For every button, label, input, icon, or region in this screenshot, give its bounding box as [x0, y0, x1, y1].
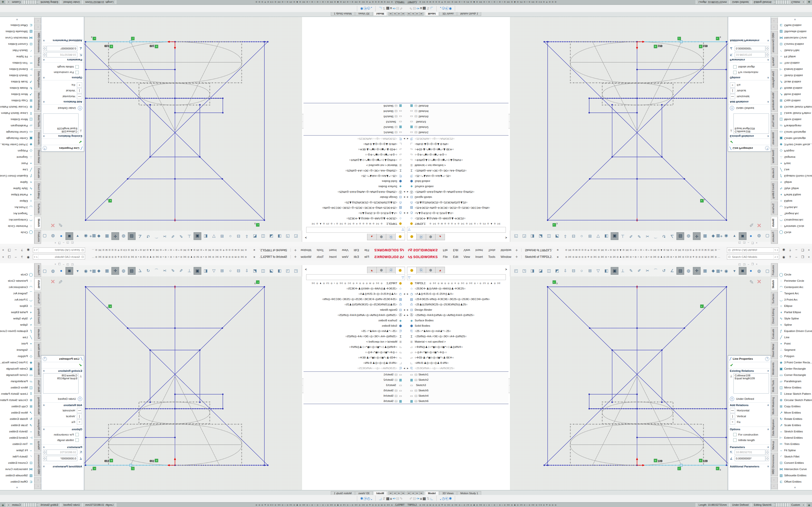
- commandmanager-tab[interactable]: Evaluate: [771, 327, 778, 341]
- tree-expand-arrow[interactable]: ▶: [403, 367, 406, 370]
- tab-nav-button[interactable]: ▶|: [388, 12, 393, 16]
- sketch-tool-item[interactable]: ◌ Perimeter Circle: [778, 278, 812, 284]
- toolbar-icon[interactable]: ⇩: [243, 267, 251, 275]
- sketch-tool-item[interactable]: ⠿ Linear Sketch Pattern: [0, 110, 34, 116]
- sketch-tool-item[interactable]: ⇗ Scale Entities: [0, 79, 34, 85]
- sketch-tool-item[interactable]: ○ Ellipse: [0, 303, 34, 309]
- collapse-chevron-icon[interactable]: ∧: [43, 404, 45, 406]
- commandmanager-tab[interactable]: Data Migration: [34, 417, 41, 438]
- expand-chevron-icon[interactable]: ∨: [43, 39, 45, 42]
- toolbar-icon[interactable]: ⊞: [586, 267, 594, 275]
- sketch-tool-item[interactable]: ◡ 3 Point Arc: [778, 204, 812, 211]
- close-button[interactable]: ×: [0, 248, 6, 252]
- sketch-tool-item[interactable]: ⋈ Intersection Curve: [0, 466, 34, 472]
- toolbar-icon[interactable]: ⊥: [619, 267, 627, 275]
- view-toolbar-icon[interactable]: ▦: [90, 232, 98, 240]
- tree-expand-arrow[interactable]: ▶: [406, 293, 409, 295]
- tree-item-row[interactable]: ∟ ○ИN◦ƃ◦♟◎○◎○◎♟◦ƃ◦ИN○: [304, 142, 406, 147]
- sketch-tool-item[interactable]: ▣ Center Rectangle: [778, 135, 812, 142]
- tree-item-row[interactable]: ▶ ◷ ○Λ♟◎✛25◦Ԑ○◎○Ԑ◦25✛◎♟Λ○: [304, 211, 406, 216]
- toolbar-icon[interactable]: ✂: [161, 267, 168, 275]
- toolbar-icon[interactable]: ▽: [594, 267, 602, 275]
- tree-item-row[interactable]: ∟ ○ИN◦ƃ◦♟◎○◎○◎♟◦ƃ◦ИN○: [304, 360, 406, 365]
- toolbar-icon[interactable]: ✂: [161, 232, 168, 240]
- tab-nav-button[interactable]: ▶: [393, 491, 397, 495]
- search-input[interactable]: [731, 248, 773, 252]
- collapse-chevron-icon[interactable]: ∧: [43, 428, 45, 431]
- commandmanager-tab[interactable]: Markup: [34, 439, 41, 451]
- tree-expand-arrow[interactable]: ▶: [406, 196, 409, 199]
- tree-item-row[interactable]: ▶ Ⓐ ○25ИN◎◦✛Α✛◎ИNΑ○◎○ΑИN◎✛Α✛◦◎ИN25○: [304, 189, 406, 194]
- panel-tabs-expand-icon[interactable]: >: [305, 236, 307, 239]
- tree-item-row[interactable]: ≣ Material < not specified >: [304, 163, 406, 168]
- view-toolbar-icon[interactable]: ◉: [82, 232, 90, 240]
- menu-item[interactable]: View: [461, 248, 473, 252]
- sketch-tool-item[interactable]: ◫ Mirror Entities: [0, 116, 34, 123]
- sketch-tool-item[interactable]: ▧ Silhouette Entities: [778, 29, 812, 35]
- tab-nav-button[interactable]: ▶: [393, 12, 397, 16]
- toolbar-icon[interactable]: ◪: [267, 232, 275, 240]
- tree-sketch-row[interactable]: ▦ (-) Sketch6: [304, 398, 406, 404]
- restore-button[interactable]: ❒: [800, 255, 806, 259]
- toolbar-icon[interactable]: ▦: [701, 232, 709, 240]
- commandmanager-tab[interactable]: Direct Editing: [34, 181, 41, 200]
- tree-expand-arrow[interactable]: ▶: [403, 138, 406, 140]
- add-relation-button[interactable]: ❘ Vertical: [730, 413, 769, 419]
- tree-item-row[interactable]: ▶ ⎗ ○25ЗЄИNΑ∩∙○◎○∙∩ΑИNЗЄ25○: [406, 136, 508, 142]
- panel-tab[interactable]: ⎘: [416, 267, 426, 273]
- annotation-tool-icon[interactable]: ◔: [371, 498, 373, 502]
- model-tab[interactable]: Model: [425, 12, 439, 16]
- toolbar-icon[interactable]: ✎: [177, 267, 185, 275]
- menu-item[interactable]: Window: [298, 255, 314, 259]
- tree-expand-arrow[interactable]: ▶: [403, 212, 406, 214]
- commandmanager-tab[interactable]: Surfaces: [771, 202, 778, 215]
- toolbar-icon[interactable]: ✐: [169, 267, 176, 275]
- toolbar-icon[interactable]: ◧: [202, 267, 209, 275]
- collapse-chevron-icon[interactable]: ∧: [43, 76, 45, 79]
- menu-item[interactable]: Tools: [486, 248, 498, 252]
- toolbar-icon[interactable]: ○: [226, 267, 234, 275]
- tree-item-row[interactable]: ▱ ○✛Ԑƃ◦♟○*◉I○◎○I◉*○♟◦ƃԐ✛○: [304, 147, 406, 152]
- toolbar-icon[interactable]: ▨: [128, 232, 136, 240]
- tree-item-row[interactable]: ◈ Surface Bodies: [406, 318, 508, 323]
- pm-help-icon[interactable]: ?: [765, 357, 769, 361]
- spinner[interactable]: ▴▾: [766, 450, 769, 455]
- sketch-tool-item[interactable]: ⌣ Fit Spline: [778, 447, 812, 453]
- tree-filter-box[interactable]: ▽: [407, 274, 506, 280]
- toolbar-icon[interactable]: ▨: [676, 232, 684, 240]
- search-box[interactable]: ⊡ ⌕ ▾: [727, 254, 779, 260]
- commandmanager-tab[interactable]: Features: [771, 230, 778, 244]
- view-toolbar-icon[interactable]: ▾: [730, 232, 738, 240]
- option-checkbox-row[interactable]: Infinite length: [43, 437, 82, 443]
- sketch-tool-item[interactable]: ◫ Mirror Entities: [778, 116, 812, 123]
- sketch-tool-item[interactable]: ◖ Partial Ellipse: [0, 309, 34, 315]
- toolbar-icon[interactable]: ◍: [684, 267, 692, 275]
- doc-window-button[interactable]: ×: [756, 241, 757, 244]
- menu-item[interactable]: File: [440, 255, 450, 259]
- view-toolbar-icon[interactable]: ●: [57, 232, 65, 240]
- tree-item-row[interactable]: ▶ ◷ ○Λ♟◎✛25◦Ԑ○◎○Ԑ◦25✛◎♟Λ○: [406, 211, 508, 216]
- commandmanager-tab[interactable]: Mold Tools: [771, 113, 778, 129]
- doc-window-button[interactable]: –: [748, 263, 749, 266]
- toolbar-icon[interactable]: ○: [226, 232, 234, 240]
- commandmanager-tab[interactable]: Direct Editing: [771, 181, 778, 200]
- tree-sketch-row[interactable]: ▭ (-) Sketch5: [406, 388, 508, 393]
- tree-item-row[interactable]: ⎙ ○25♟◎25ИNЗЄ25○◎○25ЗЄИN25◎♟25○: [406, 200, 508, 205]
- sketch-tool-item[interactable]: ⇔ Stretch Entities: [778, 72, 812, 79]
- sketch-tool-item[interactable]: ◇ Polygon: [778, 353, 812, 359]
- close-button[interactable]: ×: [806, 248, 812, 252]
- tree-item-row[interactable]: ⬢ Solid Bodies: [406, 179, 508, 184]
- commandmanager-tab[interactable]: Sheet Metal: [771, 342, 778, 359]
- toolbar-icon[interactable]: ◧: [202, 232, 209, 240]
- tree-sketch-row[interactable]: ▭ Sketch3: [406, 119, 508, 125]
- sketch-tool-item[interactable]: ◈ 3 Point Center Recta...: [0, 142, 34, 148]
- menu-item[interactable]: Edit: [451, 248, 461, 252]
- toolbar-icon[interactable]: ▣: [194, 232, 201, 240]
- tree-filter-box[interactable]: ▽: [407, 227, 506, 233]
- parameter-input[interactable]: 0.00000000°: [47, 456, 77, 461]
- annotation-tool-icon[interactable]: ⊟: [396, 6, 399, 11]
- commandmanager-tab[interactable]: Mold Tools: [771, 378, 778, 394]
- tree-sketch-row[interactable]: ▭ (-) Sketch4: [304, 393, 406, 398]
- relations-listbox[interactable]: Collinear108Equal length109: [733, 113, 769, 134]
- menu-item[interactable]: Insert: [326, 248, 339, 252]
